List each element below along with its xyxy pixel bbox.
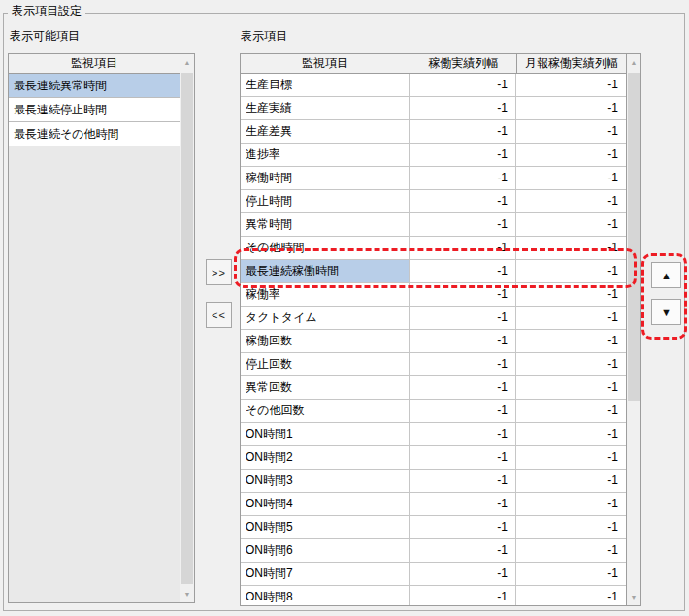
cell-monitor-item: ON時間1 [241, 423, 410, 446]
cell-monitor-item: 進捗率 [241, 144, 410, 167]
table-row[interactable]: 生産差異 -1 -1 [241, 120, 626, 144]
cell-operation-width: -1 [410, 539, 516, 563]
cell-operation-width: -1 [410, 144, 516, 167]
cell-monthly-width: -1 [516, 213, 626, 237]
cell-monthly-width: -1 [516, 307, 626, 330]
cell-operation-width: -1 [410, 283, 516, 307]
scroll-down-icon[interactable]: ▼ [180, 586, 194, 602]
cell-operation-width: -1 [410, 423, 516, 446]
cell-operation-width: -1 [410, 400, 516, 423]
table-row[interactable]: 異常時間 -1 -1 [241, 213, 626, 237]
down-arrow-icon: ▼ [661, 307, 672, 318]
move-up-button[interactable]: ▲ [651, 262, 681, 288]
move-down-button[interactable]: ▼ [651, 299, 681, 325]
cell-operation-width: -1 [410, 167, 516, 190]
cell-monitor-item: 異常時間 [241, 213, 410, 237]
cell-monthly-width: -1 [516, 144, 626, 167]
available-item-row[interactable]: 最長連続異常時間 [9, 74, 180, 98]
table-row[interactable]: 停止時間 -1 -1 [241, 190, 626, 213]
table-row[interactable]: 生産目標 -1 -1 [241, 74, 626, 97]
available-scrollbar[interactable]: ▲ ▼ [180, 54, 194, 602]
cell-monthly-width: -1 [516, 586, 626, 605]
cell-operation-width: -1 [410, 307, 516, 330]
cell-operation-width: -1 [410, 493, 516, 516]
cell-operation-width: -1 [410, 563, 516, 586]
column-header-monthly-width[interactable]: 月報稼働実績列幅 [516, 54, 626, 73]
table-row[interactable]: 稼働率 -1 -1 [241, 283, 626, 307]
scrollbar-thumb[interactable] [628, 73, 640, 401]
table-row[interactable]: 進捗率 -1 -1 [241, 144, 626, 167]
available-item-row[interactable]: 最長連続その他時間 [9, 122, 180, 146]
cell-monitor-item: ON時間8 [241, 586, 410, 605]
cell-operation-width: -1 [410, 97, 516, 120]
cell-monitor-item: 稼働時間 [241, 167, 410, 190]
table-row[interactable]: ON時間4 -1 -1 [241, 493, 626, 516]
column-header-monitor-item[interactable]: 監視項目 [241, 54, 410, 73]
available-table-header-row: 監視項目 [9, 54, 180, 74]
cell-operation-width: -1 [410, 260, 516, 283]
table-row[interactable]: その他回数 -1 -1 [241, 400, 626, 423]
cell-operation-width: -1 [410, 330, 516, 353]
cell-monitor-item: ON時間5 [241, 516, 410, 539]
display-items-list: 生産目標 -1 -1 生産実績 -1 -1 生産差異 -1 -1 [241, 74, 626, 605]
table-row[interactable]: ON時間7 -1 -1 [241, 563, 626, 586]
table-row[interactable]: ON時間8 -1 -1 [241, 586, 626, 605]
cell-monitor-item: 生産実績 [241, 97, 410, 120]
table-row[interactable]: ON時間5 -1 -1 [241, 516, 626, 539]
table-row[interactable]: 停止回数 -1 -1 [241, 353, 626, 376]
display-item-settings-dialog: 表示項目設定 表示可能項目 監視項目 最長連続異常時間 最長連続停止時間 [0, 0, 689, 616]
cell-operation-width: -1 [410, 516, 516, 539]
table-row[interactable]: タクトタイム -1 -1 [241, 307, 626, 330]
cell-monitor-item: タクトタイム [241, 307, 410, 330]
table-row[interactable]: 稼働時間 -1 -1 [241, 167, 626, 190]
display-items-label: 表示項目 [241, 28, 287, 45]
table-row[interactable]: ON時間3 -1 -1 [241, 470, 626, 493]
cell-monthly-width: -1 [516, 470, 626, 493]
table-row[interactable]: 稼働回数 -1 -1 [241, 330, 626, 353]
cell-operation-width: -1 [410, 586, 516, 605]
display-scrollbar[interactable]: ▲ ▼ [626, 54, 640, 605]
table-row[interactable]: ON時間1 -1 -1 [241, 423, 626, 446]
cell-monitor-item: ON時間6 [241, 539, 410, 563]
cell-monitor-item: ON時間3 [241, 470, 410, 493]
cell-monitor-item: ON時間7 [241, 563, 410, 586]
available-item-label: 最長連続その他時間 [14, 126, 119, 143]
cell-operation-width: -1 [410, 213, 516, 237]
cell-monthly-width: -1 [516, 190, 626, 213]
cell-monitor-item: ON時間4 [241, 493, 410, 516]
add-item-button[interactable]: >> [206, 259, 232, 285]
available-column-header[interactable]: 監視項目 [9, 54, 180, 73]
cell-monthly-width: -1 [516, 97, 626, 120]
available-item-row[interactable]: 最長連続停止時間 [9, 98, 180, 122]
cell-monitor-item: 稼働率 [241, 283, 410, 307]
cell-operation-width: -1 [410, 237, 516, 260]
cell-monitor-item: 生産目標 [241, 74, 410, 97]
available-scrollbar-track[interactable] [180, 71, 194, 586]
cell-monthly-width: -1 [516, 423, 626, 446]
table-row[interactable]: その他時間 -1 -1 [241, 237, 626, 260]
table-row[interactable]: 異常回数 -1 -1 [241, 376, 626, 400]
cell-monthly-width: -1 [516, 260, 626, 283]
remove-item-button[interactable]: << [206, 302, 232, 328]
column-header-operation-width[interactable]: 稼働実績列幅 [410, 54, 516, 73]
scroll-up-icon[interactable]: ▲ [180, 54, 194, 71]
scroll-up-icon[interactable]: ▲ [627, 54, 640, 71]
cell-monitor-item: ON時間2 [241, 446, 410, 470]
scrollbar-thumb[interactable] [181, 73, 193, 584]
cell-operation-width: -1 [410, 190, 516, 213]
cell-monitor-item: 停止時間 [241, 190, 410, 213]
cell-operation-width: -1 [410, 446, 516, 470]
scroll-down-icon[interactable]: ▼ [627, 589, 640, 605]
available-item-label: 最長連続停止時間 [14, 102, 107, 118]
table-row[interactable]: ON時間2 -1 -1 [241, 446, 626, 470]
cell-monthly-width: -1 [516, 283, 626, 307]
cell-monitor-item: 稼働回数 [241, 330, 410, 353]
cell-monthly-width: -1 [516, 74, 626, 97]
cell-monitor-item: その他時間 [241, 237, 410, 260]
cell-monthly-width: -1 [516, 376, 626, 400]
table-row[interactable]: 最長連続稼働時間 -1 -1 [241, 260, 626, 283]
display-scrollbar-track[interactable] [627, 71, 640, 589]
cell-monthly-width: -1 [516, 539, 626, 563]
table-row[interactable]: 生産実績 -1 -1 [241, 97, 626, 120]
table-row[interactable]: ON時間6 -1 -1 [241, 539, 626, 563]
